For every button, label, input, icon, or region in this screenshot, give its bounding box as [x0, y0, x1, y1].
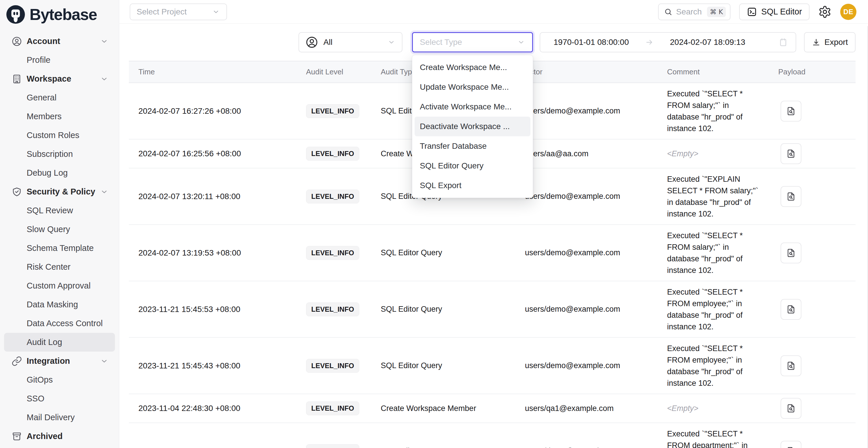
search-icon: [664, 7, 673, 16]
sidebar-item-gitops[interactable]: GitOps: [4, 371, 115, 389]
cell-comment: Executed `"SELECT * FROM salary;"` in da…: [663, 230, 776, 276]
sidebar-item-workspace[interactable]: Workspace: [4, 69, 115, 88]
bytebase-logo-icon: [6, 5, 25, 24]
sidebar-item-subscription[interactable]: Subscription: [4, 145, 115, 163]
sidebar-item-security-policy[interactable]: Security & Policy: [4, 182, 115, 201]
level-badge: LEVEL_INFO: [306, 147, 359, 161]
file-search-icon: [786, 361, 796, 371]
sidebar-item-audit-log[interactable]: Audit Log: [4, 333, 115, 352]
sql-editor-button[interactable]: SQL Editor: [739, 3, 809, 20]
sidebar-item-custom-roles[interactable]: Custom Roles: [4, 126, 115, 145]
sidebar-item-data-masking[interactable]: Data Masking: [4, 295, 115, 314]
column-header-actor: Actor: [520, 67, 663, 76]
user-circle-icon: [11, 36, 22, 46]
table-row: 2024-02-07 13:19:53 +08:00LEVEL_INFOSQL …: [129, 225, 856, 281]
cell-audit-type: Create Workspace Member: [373, 404, 520, 413]
type-filter-select[interactable]: Select Type: [412, 32, 533, 53]
cell-comment: <Empty>: [663, 403, 776, 414]
sidebar-nav: AccountProfileWorkspaceGeneralMembersCus…: [0, 32, 119, 446]
sidebar-item-risk-center[interactable]: Risk Center: [4, 258, 115, 277]
sidebar-item-label: Audit Log: [27, 338, 62, 347]
user-avatar[interactable]: DE: [840, 4, 857, 20]
payload-view-button[interactable]: [781, 398, 801, 419]
dropdown-item-transfer-database[interactable]: Transfer Database: [414, 136, 530, 156]
cell-audit-level: LEVEL_INFO: [295, 190, 373, 203]
sidebar-item-schema-template[interactable]: Schema Template: [4, 239, 115, 258]
cell-audit-type: SQL Editor Query: [373, 447, 520, 448]
column-header-payload: Payload: [776, 67, 856, 76]
cell-actor: users/demo@example.com: [520, 305, 663, 314]
sidebar-item-label: GitOps: [27, 375, 53, 385]
brand-name: Bytebase: [30, 5, 97, 24]
payload-view-button[interactable]: [781, 101, 801, 122]
select-project-dropdown[interactable]: Select Project: [130, 3, 227, 20]
file-search-icon: [786, 149, 796, 159]
cell-audit-type: SQL Editor Query: [373, 361, 520, 370]
dropdown-item-sql-export[interactable]: SQL Export: [414, 176, 530, 195]
sidebar-item-label: Custom Approval: [27, 281, 91, 291]
bytebase-app: Bytebase AccountProfileWorkspaceGeneralM…: [0, 0, 868, 448]
search-shortcut-badge: ⌘ K: [707, 7, 726, 17]
payload-view-button[interactable]: [781, 186, 801, 207]
sidebar-item-label: Archived: [27, 431, 63, 441]
cell-actor: users/demo@example.com: [520, 192, 663, 201]
cell-audit-level: LEVEL_INFO: [295, 147, 373, 161]
user-circle-icon: [305, 36, 318, 49]
chevron-down-icon: [100, 357, 108, 365]
topbar-actions: Search ⌘ K SQL Editor DE: [658, 3, 857, 20]
cell-audit-level: LEVEL_INFO: [295, 302, 373, 316]
cell-comment: Executed `"SELECT * FROM department;"` i…: [663, 428, 776, 448]
calendar-icon: [778, 37, 788, 47]
payload-view-button[interactable]: [781, 243, 801, 263]
cell-audit-level: LEVEL_INFO: [295, 246, 373, 260]
export-label: Export: [825, 38, 848, 47]
sidebar-item-debug-log[interactable]: Debug Log: [4, 163, 115, 182]
dropdown-item-deactivate-workspace[interactable]: Deactivate Workspace ...: [414, 117, 530, 136]
payload-view-button[interactable]: [781, 143, 801, 164]
search-input[interactable]: Search ⌘ K: [658, 3, 731, 20]
sidebar-item-data-access-control[interactable]: Data Access Control: [4, 314, 115, 333]
dropdown-item-sql-editor-query[interactable]: SQL Editor Query: [414, 156, 530, 176]
sidebar-item-sso[interactable]: SSO: [4, 389, 115, 408]
cell-payload: [776, 441, 856, 448]
sidebar-item-label: Subscription: [27, 149, 73, 159]
file-search-icon: [786, 106, 796, 116]
sidebar-item-custom-approval[interactable]: Custom Approval: [4, 277, 115, 295]
payload-view-button[interactable]: [781, 355, 801, 376]
column-header-comment: Comment: [663, 67, 776, 76]
sidebar-item-archived[interactable]: Archived: [4, 427, 115, 446]
actor-filter-select[interactable]: All: [299, 32, 402, 53]
settings-gear-icon[interactable]: [818, 5, 832, 19]
sidebar-item-mail-delivery[interactable]: Mail Delivery: [4, 408, 115, 427]
shield-check-icon: [11, 187, 22, 197]
export-button[interactable]: Export: [804, 32, 856, 53]
sidebar-item-label: Mail Delivery: [27, 413, 75, 422]
column-header-audit-level: Audit Level: [295, 67, 373, 76]
payload-view-button[interactable]: [781, 299, 801, 320]
cell-time: 2023-11-21 15:45:53 +08:00: [129, 305, 295, 314]
level-badge: LEVEL_INFO: [306, 302, 359, 316]
date-range-picker[interactable]: 1970-01-01 08:00:00 2024-02-07 18:09:13: [540, 32, 796, 53]
sidebar-item-label: Data Masking: [27, 300, 78, 309]
dropdown-item-create-workspace-me[interactable]: Create Workspace Me...: [414, 58, 530, 77]
sidebar-item-general[interactable]: General: [4, 88, 115, 107]
cell-time: 2024-02-07 13:20:11 +08:00: [129, 192, 295, 201]
sidebar-item-sql-review[interactable]: SQL Review: [4, 201, 115, 220]
chevron-down-icon: [517, 38, 525, 46]
link-icon: [11, 356, 22, 366]
download-icon: [812, 38, 820, 46]
sidebar-item-label: Profile: [27, 55, 51, 65]
chevron-down-icon: [100, 188, 108, 196]
sidebar-item-label: Data Access Control: [27, 319, 103, 328]
type-filter-placeholder: Select Type: [420, 38, 462, 47]
cell-audit-level: LEVEL_INFO: [295, 444, 373, 448]
sidebar-item-members[interactable]: Members: [4, 107, 115, 126]
sidebar-item-integration[interactable]: Integration: [4, 352, 115, 371]
brand-logo[interactable]: Bytebase: [0, 0, 119, 26]
payload-view-button[interactable]: [781, 441, 801, 448]
dropdown-item-activate-workspace-me[interactable]: Activate Workspace Me...: [414, 97, 530, 117]
sidebar-item-slow-query[interactable]: Slow Query: [4, 220, 115, 239]
sidebar-item-profile[interactable]: Profile: [4, 51, 115, 69]
dropdown-item-update-workspace-me[interactable]: Update Workspace Me...: [414, 77, 530, 97]
sidebar-item-account[interactable]: Account: [4, 32, 115, 51]
